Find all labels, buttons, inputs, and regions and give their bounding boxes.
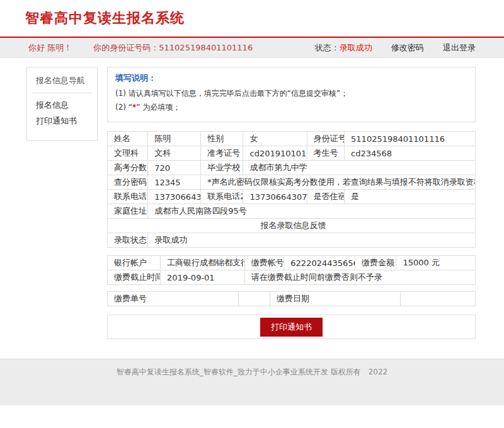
table-cell: 720: [148, 161, 201, 175]
table-row: 查分密码12345*声名此密码仅限核实高考分数使用，若查询结果与填报不符将取消录…: [108, 175, 476, 190]
payment-info-table: 银行帐户工商银行成都锦都支行缴费帐号622202443565683缴费金额150…: [107, 255, 476, 285]
table-cell: 622202443565683: [284, 256, 355, 270]
table-cell: 15000 元: [396, 256, 476, 270]
table-cell: 毕业学校: [201, 161, 243, 175]
table-cell: 13730664309: [148, 190, 201, 204]
table-cell: 是: [345, 190, 476, 204]
table-cell: 13730664307: [243, 190, 307, 204]
instructions-title: 填写说明：: [115, 72, 467, 84]
print-notice-button[interactable]: 打印通知书: [260, 318, 323, 337]
content-area: 报名信息导航 报名信息 打印通知书 填写说明： (1) 请认真填写以下信息，填完…: [0, 58, 504, 339]
table-cell: 高考分数: [108, 161, 148, 175]
table-cell: 联系电话1: [108, 190, 148, 204]
id-value: 511025198401101116: [159, 43, 253, 52]
table-row: 高考分数720毕业学校成都市第九中学: [108, 161, 476, 175]
footer: 智睿高中复读生报名系统_智睿软件_致力于中小企事业系统开发 版权所有 2022: [0, 359, 504, 405]
table-cell: 511025198401101116: [345, 132, 476, 146]
table-cell: 考生号: [307, 146, 345, 161]
table-cell: 2019-09-01: [161, 270, 245, 285]
user-bar: 你好 陈明！ 你的身份证号码：511025198401101116 状态：录取成…: [0, 38, 504, 58]
table-cell: cd234568: [345, 146, 476, 161]
table-cell: [400, 292, 475, 306]
id-label: 你的身份证号码：: [93, 43, 159, 52]
table-cell: 家庭住址: [108, 204, 148, 219]
sidebar-divider: [32, 93, 92, 93]
table-cell: 请在缴费截止时间前缴费否则不予录: [244, 270, 475, 285]
table-cell: 是否住宿: [307, 190, 345, 204]
table-cell: 缴费日期: [270, 292, 401, 306]
sidebar-item-print-notice[interactable]: 打印通知书: [36, 115, 92, 127]
table-cell: 缴费金额: [355, 256, 396, 270]
table-row: 家庭住址成都市人民南路四段95号: [108, 204, 476, 219]
app-title: 智睿高中复读生报名系统: [25, 9, 185, 28]
table-cell: 查分密码: [108, 175, 148, 190]
table-cell: 成都市人民南路四段95号: [148, 204, 476, 219]
footer-text: 智睿高中复读生报名系统_智睿软件_致力于中小企事业系统开发 版权所有 2022: [0, 367, 504, 378]
table-cell: 文科: [148, 146, 201, 161]
action-bar: 打印通知书: [107, 315, 476, 339]
table-cell: 女: [243, 132, 307, 146]
instructions-line-2: (2) “*” 为必填项；: [115, 102, 467, 113]
instructions-line-2-suffix: ” 为必填项；: [136, 103, 180, 112]
table-cell: 录取状态: [108, 233, 148, 248]
table-cell: 工商银行成都锦都支行: [161, 256, 245, 270]
table-row: 姓名陈明性别女身份证号511025198401101116: [108, 132, 476, 146]
table-cell: 姓名: [108, 132, 148, 146]
table-cell: 缴费截止时间: [108, 270, 161, 285]
status-label: 状态：: [315, 43, 340, 52]
instructions-line-1: (1) 请认真填写以下信息，填完完毕后点击最下方的“信息提交审核”；: [115, 88, 467, 99]
receipt-table: 缴费单号缴费日期: [107, 291, 476, 306]
instructions-box: 填写说明： (1) 请认真填写以下信息，填完完毕后点击最下方的“信息提交审核”；…: [107, 67, 476, 122]
page: 智睿高中复读生报名系统 你好 陈明！ 你的身份证号码：5110251984011…: [0, 0, 504, 428]
sidebar-title: 报名信息导航: [36, 75, 92, 86]
table-cell: 银行帐户: [108, 256, 161, 270]
table-cell: 12345: [148, 175, 201, 190]
table-row: 报名录取信息反馈: [108, 219, 476, 233]
sidebar: 报名信息导航 报名信息 打印通知书: [26, 67, 98, 141]
table-row: 银行帐户工商银行成都锦都支行缴费帐号622202443565683缴费金额150…: [108, 256, 476, 270]
status-value: 录取成功: [340, 43, 372, 52]
app-header: 智睿高中复读生报名系统: [0, 0, 504, 37]
user-greeting: 你好 陈明！: [28, 43, 72, 52]
instructions-line-2-prefix: (2) “: [115, 103, 132, 112]
table-cell: 性别: [201, 132, 243, 146]
logout-link[interactable]: 退出登录: [443, 43, 476, 52]
table-row: 录取状态录取成功: [108, 233, 476, 248]
user-bar-right: 状态：录取成功 修改密码 退出登录: [299, 42, 476, 54]
table-cell: 身份证号: [307, 132, 345, 146]
table-cell: 缴费单号: [108, 292, 239, 306]
main-panel: 填写说明： (1) 请认真填写以下信息，填完完毕后点击最下方的“信息提交审核”；…: [107, 67, 476, 339]
table-cell: 文理科: [108, 146, 148, 161]
table-cell: 录取成功: [148, 233, 476, 248]
table-cell: cd20191010115: [243, 146, 307, 161]
table-cell: 缴费帐号: [244, 256, 284, 270]
table-cell: [238, 292, 270, 306]
table-cell: 陈明: [148, 132, 201, 146]
student-info-table: 姓名陈明性别女身份证号511025198401101116文理科文科准考证号cd…: [107, 131, 476, 248]
table-cell: 报名录取信息反馈: [108, 219, 476, 233]
user-bar-left: 你好 陈明！ 你的身份证号码：511025198401101116: [28, 42, 253, 54]
change-password-link[interactable]: 修改密码: [391, 43, 424, 52]
table-row: 联系电话113730664309联系电话213730664307是否住宿是: [108, 190, 476, 204]
table-cell: 成都市第九中学: [243, 161, 476, 175]
sidebar-item-registration-info[interactable]: 报名信息: [36, 100, 92, 111]
table-cell: 联系电话2: [201, 190, 243, 204]
table-cell: *声名此密码仅限核实高考分数使用，若查询结果与填报不符将取消录取资格: [201, 175, 476, 190]
table-row: 文理科文科准考证号cd20191010115考生号cd234568: [108, 146, 476, 161]
table-row: 缴费截止时间2019-09-01请在缴费截止时间前缴费否则不予录: [108, 270, 476, 285]
table-row: 缴费单号缴费日期: [108, 292, 476, 306]
table-cell: 准考证号: [201, 146, 243, 161]
